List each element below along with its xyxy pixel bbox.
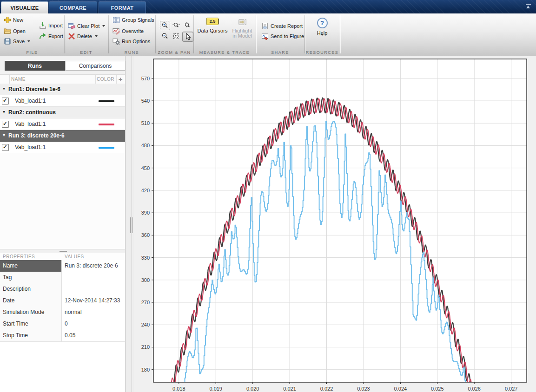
create-report-button[interactable]: Create Report [259, 21, 304, 31]
x-axis-tick-label: 0.027 [505, 386, 518, 392]
line-color-swatch[interactable] [99, 100, 114, 102]
panel-splitter[interactable] [126, 56, 134, 392]
group-label-share: SHARE [256, 50, 304, 55]
export-button[interactable]: Export [37, 32, 65, 41]
ribbon-tab-bar: VISUALIZE COMPARE FORMAT [0, 0, 536, 13]
signal-row[interactable]: Vab_load1:1 [0, 95, 125, 107]
fit-to-view-button[interactable] [171, 32, 181, 41]
help-icon [317, 18, 328, 28]
x-axis-tick-label: 0.019 [209, 386, 222, 392]
zoom-out-button[interactable] [160, 32, 170, 41]
group-label-resources: RESOURCES [304, 50, 340, 55]
group-label-file: FILE [0, 50, 64, 55]
x-axis-tick-label: 0.021 [283, 386, 296, 392]
y-axis-tick-label: 270 [141, 300, 150, 305]
ribbon-toolbar: FILE EDIT RUNS ZOOM & PAN MEASURE & TRAC… [0, 13, 536, 56]
y-axis-tick-label: 330 [141, 255, 150, 261]
add-column-button[interactable]: + [119, 75, 123, 83]
group-separator [256, 15, 256, 53]
property-row[interactable]: Start Time 0 [0, 318, 125, 330]
x-axis-tick-label: 0.024 [394, 386, 407, 392]
y-axis-tick-label: 390 [141, 210, 150, 216]
group-signals-icon [112, 16, 120, 24]
zoom-out-icon [161, 33, 169, 40]
y-axis-tick-label: 180 [141, 367, 150, 372]
collapse-triangle-icon[interactable]: ▾ [3, 86, 5, 91]
splitter-handle [60, 251, 67, 252]
checkbox-checked-icon[interactable] [2, 144, 9, 151]
pointer-mode-button[interactable] [182, 32, 193, 42]
plot-canvas[interactable]: 0.0180.0190.0200.0210.0220.0230.0240.025… [134, 56, 536, 392]
new-button[interactable]: New [2, 15, 25, 25]
save-button[interactable]: Save [2, 37, 32, 46]
zoom-in-y-button[interactable] [182, 21, 192, 30]
checkbox-checked-icon[interactable] [2, 121, 9, 128]
signal-row[interactable]: Vab_load1:1 [0, 142, 125, 153]
line-color-swatch[interactable] [99, 124, 114, 125]
simulation-data-inspector-window: VISUALIZE COMPARE FORMAT FILE EDIT RUNS … [0, 0, 536, 392]
data-cursors-icon: 2.5 [206, 18, 218, 25]
property-row[interactable]: Simulation Mode normal [0, 307, 125, 319]
group-separator [108, 15, 109, 53]
tree-column-header: NAME COLOR + [0, 74, 125, 85]
send-to-figure-button[interactable]: Send to Figure [259, 32, 306, 41]
y-axis-tick-label: 450 [141, 165, 150, 171]
property-row[interactable]: Date 12-Nov-2014 14:27:33 [0, 295, 125, 307]
data-cursors-button[interactable]: 2.5 Data Cursors [197, 18, 228, 39]
zoom-in-x-button[interactable] [171, 21, 181, 30]
collapse-triangle-icon[interactable]: ▾ [3, 132, 5, 137]
property-row[interactable]: Tag [0, 272, 125, 284]
tab-runs[interactable]: Runs [5, 61, 65, 71]
tab-compare[interactable]: COMPARE [49, 1, 97, 13]
y-axis-tick-label: 210 [141, 344, 150, 350]
line-color-swatch[interactable] [99, 147, 114, 149]
create-report-icon [261, 22, 269, 30]
run-group-row-selected[interactable]: ▾ Run 3: discrete 20e-6 [0, 130, 125, 142]
checkbox-checked-icon[interactable] [2, 98, 9, 105]
save-floppy-icon [4, 38, 11, 45]
chevron-down-icon [95, 35, 98, 37]
y-axis-tick-label: 480 [141, 143, 150, 148]
chevron-down-icon [321, 34, 324, 41]
zoom-in-button[interactable] [160, 21, 170, 30]
tab-format[interactable]: FORMAT [99, 1, 146, 13]
group-label-runs: RUNS [108, 50, 155, 55]
y-axis-tick-label: 540 [141, 98, 150, 104]
tab-visualize[interactable]: VISUALIZE [1, 1, 48, 13]
run-group-row[interactable]: ▾ Run2: continuous [0, 107, 125, 118]
run-group-row[interactable]: ▾ Run1: Discrete 1e-6 [0, 84, 125, 95]
overwrite-button[interactable]: Overwrite [111, 26, 146, 36]
delete-button[interactable]: Delete [66, 32, 99, 41]
open-button[interactable]: Open [2, 26, 27, 36]
chart-pane: 0.0180.0190.0200.0210.0220.0230.0240.025… [134, 56, 536, 392]
tab-comparisons[interactable]: Comparisons [65, 61, 126, 71]
signal-row[interactable]: Vab_load1:1 [0, 118, 125, 130]
group-label-edit: EDIT [64, 50, 108, 55]
zoom-in-x-icon [172, 22, 180, 29]
group-label-zoom-pan: ZOOM & PAN [155, 50, 193, 55]
open-folder-icon [4, 27, 11, 35]
new-icon [4, 16, 11, 24]
collapse-triangle-icon[interactable]: ▾ [3, 109, 5, 114]
import-button[interactable]: Import [37, 21, 65, 30]
y-axis-tick-label: 420 [141, 188, 150, 193]
properties-panel: PROPERTIES VALUES Name Run 3: discrete 2… [0, 253, 125, 392]
minimize-ribbon-button[interactable] [525, 4, 532, 10]
fit-to-view-icon [172, 33, 180, 40]
help-button[interactable]: Help [311, 18, 333, 41]
property-row[interactable]: Description [0, 283, 125, 295]
group-signals-button[interactable]: Group Signals [111, 15, 156, 25]
run-options-gear-icon [112, 38, 120, 45]
property-row[interactable]: Name Run 3: discrete 20e-6 [0, 260, 125, 272]
properties-header: PROPERTIES VALUES [0, 253, 125, 261]
clear-plot-button[interactable]: Clear Plot [66, 21, 107, 31]
x-axis-tick-label: 0.022 [320, 386, 333, 392]
property-row[interactable]: Stop Time 0.05 [0, 330, 125, 342]
x-axis-tick-label: 0.026 [468, 386, 481, 392]
import-icon [39, 22, 46, 29]
run-options-button[interactable]: Run Options [111, 37, 152, 46]
column-header-color: COLOR [97, 77, 114, 82]
export-icon [39, 33, 46, 40]
x-axis-tick-label: 0.018 [172, 386, 185, 392]
chevron-down-icon [102, 25, 105, 27]
